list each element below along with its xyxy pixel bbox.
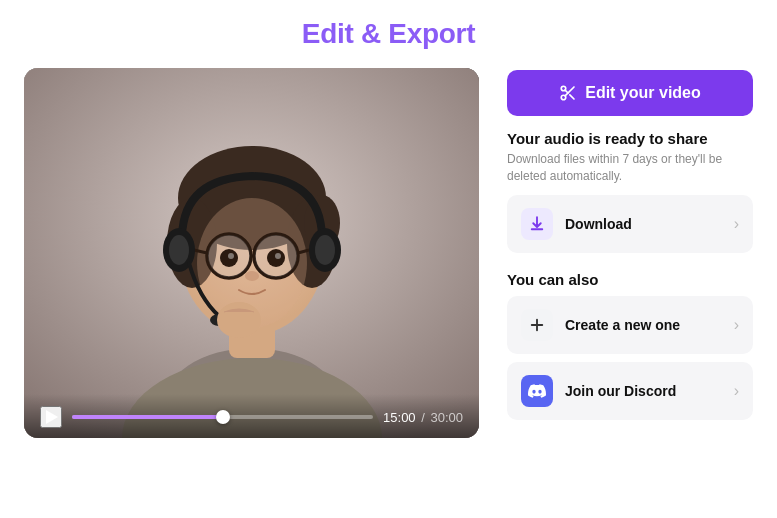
svg-point-24 bbox=[169, 235, 189, 265]
you-can-also-section: You can also Create a new one › bbox=[507, 271, 753, 420]
edit-button-label: Edit your video bbox=[585, 84, 701, 102]
discord-icon-container bbox=[521, 375, 553, 407]
svg-marker-28 bbox=[46, 410, 58, 424]
audio-ready-section: Your audio is ready to share Download fi… bbox=[507, 130, 753, 253]
download-chevron: › bbox=[734, 215, 739, 233]
download-button[interactable]: Download › bbox=[507, 195, 753, 253]
main-content: 15:00 / 30:00 Edit your video Your audio… bbox=[24, 68, 753, 438]
progress-fill bbox=[72, 415, 223, 419]
progress-bar[interactable] bbox=[72, 415, 373, 419]
total-time: 30:00 bbox=[430, 410, 463, 425]
right-panel: Edit your video Your audio is ready to s… bbox=[507, 68, 753, 438]
play-button[interactable] bbox=[40, 406, 62, 428]
page-title: Edit & Export bbox=[302, 18, 475, 50]
audio-ready-title: Your audio is ready to share bbox=[507, 130, 753, 147]
create-new-label: Create a new one bbox=[565, 317, 722, 333]
svg-line-32 bbox=[570, 95, 574, 99]
time-separator: / bbox=[418, 410, 429, 425]
svg-line-33 bbox=[565, 90, 568, 93]
you-can-also-title: You can also bbox=[507, 271, 753, 288]
plus-icon-container bbox=[521, 309, 553, 341]
svg-point-27 bbox=[217, 302, 261, 338]
video-thumbnail bbox=[24, 68, 479, 438]
svg-point-20 bbox=[275, 253, 281, 259]
scissors-icon bbox=[559, 84, 577, 102]
current-time: 15:00 bbox=[383, 410, 416, 425]
download-icon-container bbox=[521, 208, 553, 240]
svg-point-25 bbox=[315, 235, 335, 265]
discord-button[interactable]: Join our Discord › bbox=[507, 362, 753, 420]
action-items-group: Create a new one › Join our Discord › bbox=[507, 296, 753, 420]
discord-chevron: › bbox=[734, 382, 739, 400]
svg-point-21 bbox=[245, 271, 259, 281]
audio-ready-subtitle: Download files within 7 days or they'll … bbox=[507, 151, 753, 185]
discord-label: Join our Discord bbox=[565, 383, 722, 399]
time-display: 15:00 / 30:00 bbox=[383, 410, 463, 425]
create-new-chevron: › bbox=[734, 316, 739, 334]
edit-video-button[interactable]: Edit your video bbox=[507, 70, 753, 116]
download-label: Download bbox=[565, 216, 722, 232]
video-panel: 15:00 / 30:00 bbox=[24, 68, 479, 438]
progress-thumb bbox=[216, 410, 230, 424]
svg-point-19 bbox=[228, 253, 234, 259]
create-new-button[interactable]: Create a new one › bbox=[507, 296, 753, 354]
video-controls: 15:00 / 30:00 bbox=[24, 394, 479, 438]
